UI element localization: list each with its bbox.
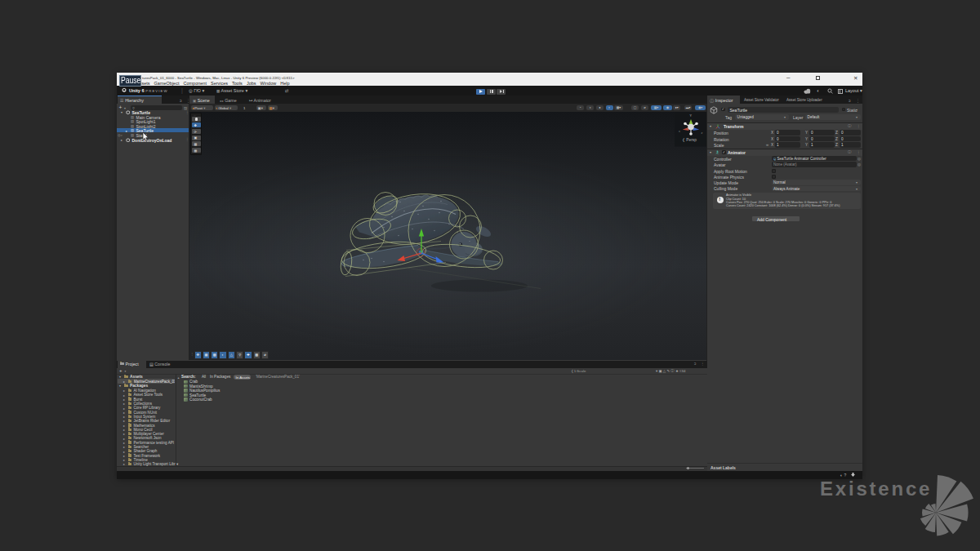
svg-text:z: z (702, 131, 703, 135)
svg-text:x: x (679, 130, 680, 133)
